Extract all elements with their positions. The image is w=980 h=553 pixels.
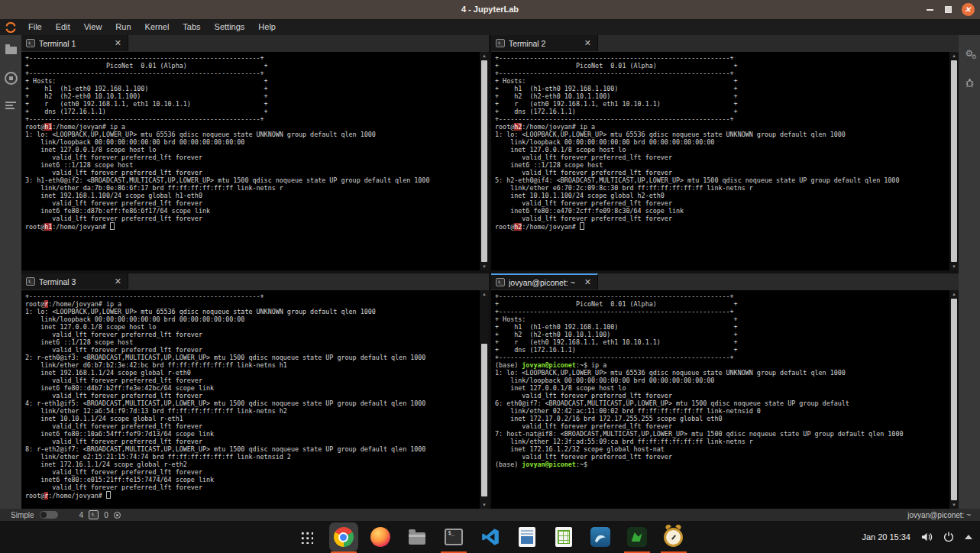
terminal-line: + dns (172.16.1.1) + [495, 108, 949, 115]
file-browser-icon[interactable] [0, 41, 21, 60]
property-inspector-icon[interactable]: ⚙⚙ [959, 44, 980, 63]
terminal-line: 1: lo: <LOOPBACK,UP,LOWER_UP> mtu 65536 … [25, 308, 480, 315]
terminal-3-output[interactable]: +---------------------------------------… [21, 290, 480, 509]
terminal-line: inet 192.168.1.1/24 scope global r-eth0 [25, 369, 480, 377]
scroll-up-icon[interactable]: ▲ [480, 290, 489, 298]
taskbar: $_ Jan 20 15:34 [0, 521, 980, 553]
maximize-button[interactable] [940, 0, 956, 19]
menu-settings[interactable]: Settings [208, 19, 252, 35]
menu-run[interactable]: Run [108, 19, 137, 35]
taskbar-clock[interactable]: Jan 20 15:34 [862, 532, 910, 542]
terminal-line: + PicoNet 0.01 (Alpha) + [495, 300, 949, 308]
scrollbar-thumb[interactable] [481, 60, 487, 262]
terminal-icon: $_ [445, 529, 463, 545]
terminal-2-scrollbar[interactable]: ▲ ▼ [949, 52, 959, 270]
menu-edit[interactable]: Edit [49, 19, 77, 35]
terminal-tab-icon: $_ [496, 278, 505, 286]
scroll-down-icon[interactable]: ▼ [480, 501, 489, 509]
terminal-line: (base) jovyan@piconet:~$ ip a [495, 361, 949, 369]
terminal-3-scrollbar[interactable]: ▲ ▼ [480, 290, 489, 509]
terminal-2-output[interactable]: +---------------------------------------… [491, 52, 949, 270]
scroll-down-icon[interactable]: ▼ [480, 263, 489, 270]
scrollbar-thumb[interactable] [481, 344, 487, 496]
zenmap-icon [627, 527, 647, 547]
terminal-line: +---------------------------------------… [495, 54, 949, 62]
terminal-line: + dns (172.16.1.1) + [495, 346, 949, 354]
tab-close-icon[interactable]: ✕ [113, 276, 123, 286]
scrollbar-thumb[interactable] [951, 299, 957, 500]
tab-terminal-3[interactable]: $_ Terminal 3 ✕ [21, 273, 128, 289]
terminal-line: inet 10.10.1.1/24 scope global r-eth1 [25, 415, 480, 422]
terminal-1-output[interactable]: +---------------------------------------… [21, 52, 480, 270]
menu-kernel[interactable]: Kernel [138, 19, 176, 35]
libreoffice-calc-app-button[interactable] [552, 526, 575, 548]
tab-close-icon[interactable]: ✕ [583, 38, 593, 48]
terminal-line: 2: r-eth0@if3: <BROADCAST,MULTICAST,UP,L… [25, 354, 480, 361]
table-of-contents-icon[interactable] [0, 96, 21, 115]
tab-terminal-1[interactable]: $_ Terminal 1 ✕ [21, 35, 128, 51]
left-sidebar [0, 35, 21, 509]
tab-label: Terminal 3 [39, 277, 109, 286]
scrollbar-thumb[interactable] [951, 60, 957, 262]
close-button[interactable]: ✕ [960, 0, 975, 19]
libreoffice-writer-app-button[interactable] [516, 526, 539, 548]
jupyterhub-logo-icon[interactable] [0, 21, 21, 34]
chrome-app-button[interactable] [332, 526, 355, 548]
menu-view[interactable]: View [77, 19, 109, 35]
status-bar: Simple 4 $_ 0 jovyan@piconet: ~ [0, 509, 980, 521]
kernels-count: 0 [104, 511, 108, 519]
scroll-up-icon[interactable]: ▲ [480, 52, 489, 60]
menu-tabs[interactable]: Tabs [176, 19, 207, 35]
firefox-app-button[interactable] [369, 526, 392, 548]
vscode-icon [480, 527, 500, 547]
alarm-clock-app-button[interactable] [662, 526, 685, 548]
terminals-count-icon[interactable]: $_ [89, 510, 99, 519]
terminal-line: inet6 fe80::e015:21ff:fe15:7474/64 scope… [25, 476, 480, 483]
terminal-line: inet6 fe80::e470:2cff:fe09:8c30/64 scope… [495, 207, 949, 215]
tab-jovyan-piconet[interactable]: $_ jovyan@piconet: ~ ✕ [491, 273, 598, 289]
kernels-count-icon[interactable] [114, 512, 121, 519]
terminal-line: + h2 (h2-eth0 10.10.1.100) + [25, 92, 480, 100]
volume-icon[interactable] [921, 532, 933, 542]
scroll-down-icon[interactable]: ▼ [949, 501, 959, 509]
scroll-down-icon[interactable]: ▼ [949, 263, 959, 270]
power-icon[interactable] [943, 532, 954, 542]
menu-help[interactable]: Help [251, 19, 283, 35]
terminal-3-tabbar: $_ Terminal 3 ✕ [21, 273, 489, 291]
terminal-line: 1: lo: <LOOPBACK,UP,LOWER_UP> mtu 65536 … [495, 131, 949, 138]
wireshark-app-button[interactable] [589, 526, 612, 548]
simple-mode-toggle[interactable] [40, 511, 58, 519]
terminal-tab-icon: $_ [496, 39, 505, 47]
debugger-icon[interactable] [959, 73, 980, 92]
app-grid-button[interactable] [296, 526, 319, 548]
terminal-line: inet6 ::1/128 scope host [25, 161, 480, 169]
terminal-line: 7: host-nat@if8: <BROADCAST,MULTICAST,UP… [495, 430, 949, 438]
vscode-app-button[interactable] [479, 526, 502, 548]
menu-file[interactable]: File [21, 19, 49, 35]
terminal-line: 1: lo: <LOOPBACK,UP,LOWER_UP> mtu 65536 … [495, 369, 949, 377]
host-terminal-scrollbar[interactable]: ▲ ▼ [949, 290, 959, 509]
terminal-line: inet6 fe80::d87b:eff:fe86:6f17/64 scope … [25, 207, 480, 215]
terminal-line: inet 127.0.0.1/8 scope host lo [25, 146, 480, 154]
zenmap-app-button[interactable] [626, 526, 648, 548]
file-manager-app-button[interactable] [406, 526, 429, 548]
running-sessions-icon[interactable] [0, 69, 21, 87]
terminal-line: valid_lft forever preferred_lft forever [495, 392, 949, 399]
terminal-line: inet 172.16.1.2/32 scope global host-nat [495, 445, 949, 453]
host-terminal-output[interactable]: +---------------------------------------… [491, 290, 949, 509]
terminal-app-button[interactable]: $_ [442, 526, 465, 548]
tab-terminal-2[interactable]: $_ Terminal 2 ✕ [491, 35, 598, 51]
window-title: 4 - JupyterLab [0, 0, 980, 19]
tab-close-icon[interactable]: ✕ [113, 38, 123, 48]
chrome-icon [334, 527, 354, 547]
terminal-line: 4: r-eth1@if5: <BROADCAST,MULTICAST,UP,L… [25, 399, 480, 407]
scroll-up-icon[interactable]: ▲ [949, 290, 959, 298]
terminal-1-panel: $_ Terminal 1 ✕ +-----------------------… [21, 35, 489, 270]
tray-expand-icon[interactable] [965, 535, 972, 539]
minimize-button[interactable] [922, 0, 937, 19]
tab-label: jovyan@piconet: ~ [509, 278, 579, 287]
tab-close-icon[interactable]: ✕ [583, 277, 593, 287]
scroll-up-icon[interactable]: ▲ [949, 52, 959, 60]
terminal-1-scrollbar[interactable]: ▲ ▼ [480, 52, 489, 270]
terminal-line: + Hosts: + [495, 77, 949, 85]
